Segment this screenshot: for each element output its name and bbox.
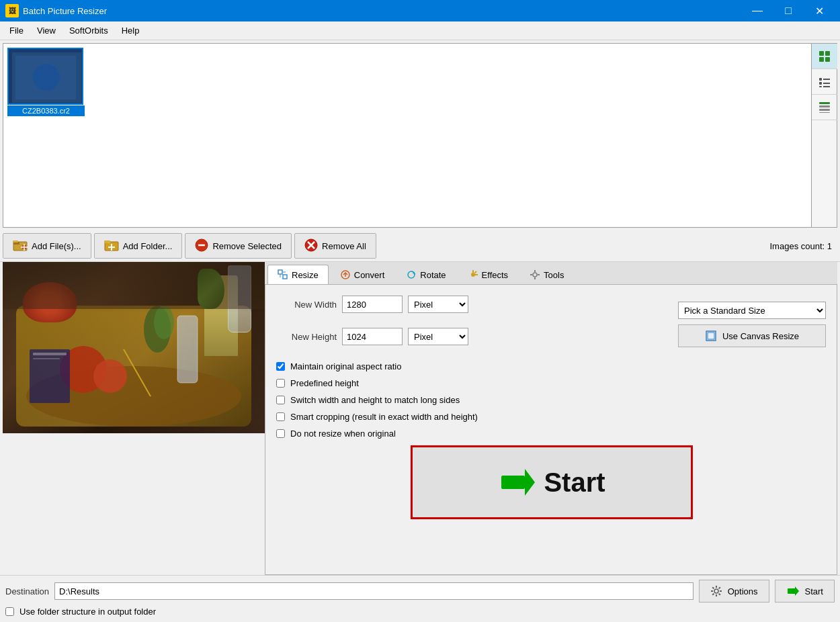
- svg-point-39: [154, 306, 174, 339]
- menu-softorbits[interactable]: SoftOrbits: [62, 23, 115, 38]
- maintain-aspect-checkbox[interactable]: [276, 362, 285, 371]
- no-resize-checkbox[interactable]: [276, 429, 285, 438]
- svg-rect-12: [823, 83, 830, 84]
- menu-bar: File View SoftOrbits Help: [0, 21, 840, 40]
- destination-row: Destination Options Start: [0, 575, 840, 607]
- tab-tools-label: Tools: [544, 270, 564, 280]
- start-label-small: Start: [805, 586, 823, 596]
- svg-rect-37: [177, 316, 198, 383]
- smart-cropping-checkbox[interactable]: [276, 412, 285, 421]
- canvas-resize-label: Use Canvas Resize: [722, 331, 799, 341]
- width-row: New Width Pixel Percent cm inch: [276, 296, 468, 313]
- svg-rect-40: [30, 349, 70, 403]
- svg-rect-45: [278, 270, 282, 274]
- svg-rect-75: [788, 588, 796, 594]
- predefined-height-label: Predefined height: [290, 378, 359, 388]
- folder-structure-label: Use folder structure in output folder: [19, 607, 156, 617]
- remove-selected-button[interactable]: Remove Selected: [185, 233, 292, 259]
- minimize-button[interactable]: —: [742, 0, 773, 21]
- tab-resize[interactable]: Resize: [267, 265, 329, 284]
- folder-structure-checkbox[interactable]: [5, 607, 14, 616]
- maximize-button[interactable]: □: [773, 0, 804, 21]
- predefined-height-row: Predefined height: [276, 378, 826, 388]
- switch-width-height-row: Switch width and height to match long si…: [276, 395, 826, 405]
- image-files-row: CZ2B0383.cr2: [3, 43, 837, 228]
- thumbnail-view-btn[interactable]: [812, 44, 837, 69]
- tab-effects[interactable]: Effects: [458, 265, 519, 284]
- svg-point-66: [714, 589, 718, 593]
- height-row: New Height Pixel Percent cm inch: [276, 328, 468, 345]
- tab-rotate[interactable]: Rotate: [396, 265, 456, 284]
- svg-marker-76: [795, 586, 799, 596]
- start-arrow-small-icon: [786, 585, 800, 597]
- height-input[interactable]: [342, 328, 403, 345]
- close-button[interactable]: ✕: [804, 0, 835, 21]
- svg-rect-41: [33, 353, 67, 355]
- toolbar: Add File(s)... Add Folder... Remove: [0, 230, 840, 262]
- add-folder-button[interactable]: Add Folder...: [94, 233, 183, 259]
- tab-tools[interactable]: Tools: [519, 265, 574, 284]
- svg-rect-9: [819, 78, 822, 81]
- svg-rect-14: [823, 86, 830, 87]
- height-unit-select[interactable]: Pixel Percent cm inch: [408, 328, 468, 345]
- folder-structure-row: Use folder structure in output folder: [0, 607, 840, 622]
- tab-convert[interactable]: Convert: [330, 265, 395, 284]
- options-button[interactable]: Options: [699, 580, 769, 603]
- switch-width-height-checkbox[interactable]: [276, 396, 285, 404]
- remove-all-button[interactable]: Remove All: [294, 233, 376, 259]
- width-unit-select[interactable]: Pixel Percent cm inch: [408, 296, 468, 313]
- svg-line-54: [474, 271, 476, 273]
- thumbnail-image: [7, 48, 83, 105]
- rotate-tab-icon: [406, 269, 417, 280]
- start-button-small[interactable]: Start: [775, 580, 835, 603]
- canvas-resize-button[interactable]: Use Canvas Resize: [678, 324, 826, 347]
- menu-help[interactable]: Help: [115, 23, 146, 38]
- start-arrow-icon: [498, 462, 538, 502]
- details-view-btn[interactable]: [812, 95, 837, 120]
- thumbnail-label: CZ2B0383.cr2: [7, 105, 85, 116]
- remove-selected-label: Remove Selected: [212, 241, 282, 251]
- tools-tab-icon: [530, 269, 540, 280]
- standard-size-select[interactable]: Pick a Standard Size: [678, 302, 826, 319]
- add-folder-icon: [104, 239, 119, 253]
- window-controls: — □ ✕: [742, 0, 835, 21]
- svg-marker-65: [525, 469, 535, 496]
- svg-point-4: [33, 64, 60, 91]
- remove-all-icon: [304, 238, 318, 254]
- destination-input[interactable]: [54, 582, 694, 600]
- menu-file[interactable]: File: [3, 23, 30, 38]
- menu-view[interactable]: View: [30, 23, 62, 38]
- options-label: Options: [728, 586, 758, 596]
- title-bar: 🖼 Batch Picture Resizer — □ ✕: [0, 0, 840, 21]
- start-button-large[interactable]: Start: [411, 445, 693, 519]
- svg-point-57: [533, 273, 537, 277]
- svg-rect-21: [13, 240, 18, 242]
- image-grid: CZ2B0383.cr2: [3, 43, 812, 228]
- svg-rect-42: [33, 358, 60, 359]
- thumbnail-item[interactable]: CZ2B0383.cr2: [7, 48, 85, 116]
- width-input[interactable]: [342, 296, 403, 313]
- svg-rect-13: [819, 86, 822, 87]
- svg-rect-15: [819, 102, 830, 104]
- add-files-button[interactable]: Add File(s)...: [3, 233, 91, 259]
- tab-rotate-label: Rotate: [420, 270, 446, 280]
- settings-panel: Resize Convert Rotate: [3, 262, 837, 575]
- settings-tabs-area: Resize Convert Rotate: [265, 262, 837, 575]
- svg-line-73: [718, 587, 720, 588]
- canvas-resize-icon: [705, 330, 717, 342]
- app-icon: 🖼: [5, 4, 19, 17]
- svg-rect-10: [823, 79, 830, 80]
- main-area: CZ2B0383.cr2: [0, 40, 840, 622]
- svg-rect-5: [819, 51, 824, 56]
- destination-label: Destination: [5, 586, 49, 596]
- list-view-btn[interactable]: [812, 69, 837, 95]
- resize-tab-icon: [278, 269, 288, 280]
- predefined-height-checkbox[interactable]: [276, 379, 285, 388]
- add-files-icon: [13, 239, 28, 253]
- images-count: Images count: 1: [770, 241, 838, 251]
- width-label: New Width: [276, 300, 337, 310]
- tab-convert-label: Convert: [354, 270, 385, 280]
- svg-rect-46: [283, 275, 287, 279]
- add-folder-label: Add Folder...: [123, 241, 173, 251]
- view-controls: [812, 43, 837, 228]
